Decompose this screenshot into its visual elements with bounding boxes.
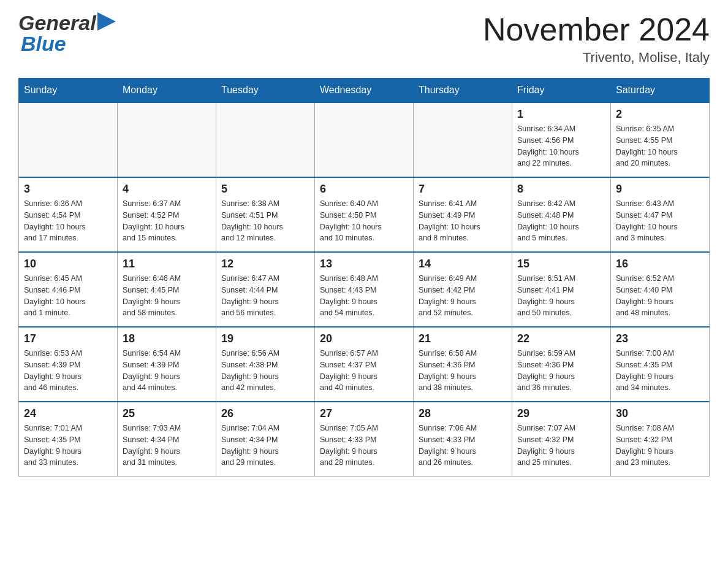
table-row: 24Sunrise: 7:01 AM Sunset: 4:35 PM Dayli… [19,402,118,477]
day-number: 1 [517,108,605,121]
day-info: Sunrise: 6:53 AM Sunset: 4:39 PM Dayligh… [24,348,112,394]
day-number: 18 [123,332,211,345]
day-number: 5 [221,183,309,196]
day-info: Sunrise: 6:51 AM Sunset: 4:41 PM Dayligh… [517,273,605,319]
day-info: Sunrise: 7:06 AM Sunset: 4:33 PM Dayligh… [419,423,507,469]
header-friday: Friday [512,79,611,103]
day-number: 4 [123,183,211,196]
day-number: 8 [517,183,605,196]
table-row [414,102,512,177]
calendar-week-row: 24Sunrise: 7:01 AM Sunset: 4:35 PM Dayli… [19,402,710,477]
day-number: 25 [123,407,211,420]
table-row: 5Sunrise: 6:38 AM Sunset: 4:51 PM Daylig… [216,177,315,252]
day-info: Sunrise: 6:41 AM Sunset: 4:49 PM Dayligh… [419,198,507,244]
calendar-week-row: 3Sunrise: 6:36 AM Sunset: 4:54 PM Daylig… [19,177,710,252]
day-info: Sunrise: 7:08 AM Sunset: 4:32 PM Dayligh… [616,423,704,469]
table-row: 15Sunrise: 6:51 AM Sunset: 4:41 PM Dayli… [512,252,611,327]
header-monday: Monday [118,79,216,103]
day-info: Sunrise: 6:40 AM Sunset: 4:50 PM Dayligh… [320,198,408,244]
calendar-table: Sunday Monday Tuesday Wednesday Thursday… [18,78,710,477]
day-info: Sunrise: 6:57 AM Sunset: 4:37 PM Dayligh… [320,348,408,394]
day-info: Sunrise: 6:38 AM Sunset: 4:51 PM Dayligh… [221,198,309,244]
table-row: 28Sunrise: 7:06 AM Sunset: 4:33 PM Dayli… [414,402,512,477]
day-info: Sunrise: 6:52 AM Sunset: 4:40 PM Dayligh… [616,273,704,319]
table-row: 14Sunrise: 6:49 AM Sunset: 4:42 PM Dayli… [414,252,512,327]
table-row [315,102,414,177]
day-info: Sunrise: 6:37 AM Sunset: 4:52 PM Dayligh… [123,198,211,244]
calendar-title: November 2024 [483,12,710,47]
header-sunday: Sunday [19,79,118,103]
table-row: 12Sunrise: 6:47 AM Sunset: 4:44 PM Dayli… [216,252,315,327]
day-number: 22 [517,332,605,345]
table-row [216,102,315,177]
table-row: 6Sunrise: 6:40 AM Sunset: 4:50 PM Daylig… [315,177,414,252]
day-number: 9 [616,183,704,196]
table-row: 1Sunrise: 6:34 AM Sunset: 4:56 PM Daylig… [512,102,611,177]
day-info: Sunrise: 7:03 AM Sunset: 4:34 PM Dayligh… [123,423,211,469]
weekday-header-row: Sunday Monday Tuesday Wednesday Thursday… [19,79,710,103]
table-row: 23Sunrise: 7:00 AM Sunset: 4:35 PM Dayli… [611,327,710,402]
day-number: 30 [616,407,704,420]
title-section: November 2024 Trivento, Molise, Italy [483,12,710,66]
table-row: 9Sunrise: 6:43 AM Sunset: 4:47 PM Daylig… [611,177,710,252]
day-number: 3 [24,183,112,196]
table-row: 10Sunrise: 6:45 AM Sunset: 4:46 PM Dayli… [19,252,118,327]
day-number: 21 [419,332,507,345]
header-wednesday: Wednesday [315,79,414,103]
day-number: 7 [419,183,507,196]
header-tuesday: Tuesday [216,79,315,103]
day-info: Sunrise: 6:54 AM Sunset: 4:39 PM Dayligh… [123,348,211,394]
table-row: 4Sunrise: 6:37 AM Sunset: 4:52 PM Daylig… [118,177,216,252]
day-number: 16 [616,258,704,270]
day-number: 2 [616,108,704,121]
table-row: 25Sunrise: 7:03 AM Sunset: 4:34 PM Dayli… [118,402,216,477]
day-info: Sunrise: 6:35 AM Sunset: 4:55 PM Dayligh… [616,123,704,169]
table-row: 13Sunrise: 6:48 AM Sunset: 4:43 PM Dayli… [315,252,414,327]
day-info: Sunrise: 7:05 AM Sunset: 4:33 PM Dayligh… [320,423,408,469]
day-number: 24 [24,407,112,420]
table-row: 21Sunrise: 6:58 AM Sunset: 4:36 PM Dayli… [414,327,512,402]
day-number: 6 [320,183,408,196]
table-row: 29Sunrise: 7:07 AM Sunset: 4:32 PM Dayli… [512,402,611,477]
day-info: Sunrise: 6:58 AM Sunset: 4:36 PM Dayligh… [419,348,507,394]
day-info: Sunrise: 6:59 AM Sunset: 4:36 PM Dayligh… [517,348,605,394]
day-number: 28 [419,407,507,420]
logo-general-text: General [18,12,96,33]
day-info: Sunrise: 6:45 AM Sunset: 4:46 PM Dayligh… [24,273,112,319]
svg-marker-0 [97,12,116,31]
table-row: 19Sunrise: 6:56 AM Sunset: 4:38 PM Dayli… [216,327,315,402]
calendar-subtitle: Trivento, Molise, Italy [483,50,710,66]
table-row: 7Sunrise: 6:41 AM Sunset: 4:49 PM Daylig… [414,177,512,252]
day-info: Sunrise: 6:36 AM Sunset: 4:54 PM Dayligh… [24,198,112,244]
day-info: Sunrise: 6:48 AM Sunset: 4:43 PM Dayligh… [320,273,408,319]
day-number: 17 [24,332,112,345]
table-row: 3Sunrise: 6:36 AM Sunset: 4:54 PM Daylig… [19,177,118,252]
day-info: Sunrise: 6:34 AM Sunset: 4:56 PM Dayligh… [517,123,605,169]
day-number: 15 [517,258,605,270]
day-info: Sunrise: 6:42 AM Sunset: 4:48 PM Dayligh… [517,198,605,244]
table-row: 18Sunrise: 6:54 AM Sunset: 4:39 PM Dayli… [118,327,216,402]
table-row [118,102,216,177]
day-number: 29 [517,407,605,420]
day-info: Sunrise: 6:46 AM Sunset: 4:45 PM Dayligh… [123,273,211,319]
logo-blue-text: Blue [21,32,66,55]
day-info: Sunrise: 6:47 AM Sunset: 4:44 PM Dayligh… [221,273,309,319]
table-row: 8Sunrise: 6:42 AM Sunset: 4:48 PM Daylig… [512,177,611,252]
day-number: 19 [221,332,309,345]
day-number: 14 [419,258,507,270]
table-row: 30Sunrise: 7:08 AM Sunset: 4:32 PM Dayli… [611,402,710,477]
table-row: 27Sunrise: 7:05 AM Sunset: 4:33 PM Dayli… [315,402,414,477]
page-header: General Blue November 2024 Trivento, Mol… [18,12,710,66]
calendar-week-row: 1Sunrise: 6:34 AM Sunset: 4:56 PM Daylig… [19,102,710,177]
table-row [19,102,118,177]
day-number: 11 [123,258,211,270]
table-row: 11Sunrise: 6:46 AM Sunset: 4:45 PM Dayli… [118,252,216,327]
logo-arrow-icon [97,12,116,31]
day-info: Sunrise: 6:49 AM Sunset: 4:42 PM Dayligh… [419,273,507,319]
day-number: 23 [616,332,704,345]
day-info: Sunrise: 6:43 AM Sunset: 4:47 PM Dayligh… [616,198,704,244]
calendar-week-row: 17Sunrise: 6:53 AM Sunset: 4:39 PM Dayli… [19,327,710,402]
table-row: 2Sunrise: 6:35 AM Sunset: 4:55 PM Daylig… [611,102,710,177]
day-info: Sunrise: 7:00 AM Sunset: 4:35 PM Dayligh… [616,348,704,394]
header-thursday: Thursday [414,79,512,103]
